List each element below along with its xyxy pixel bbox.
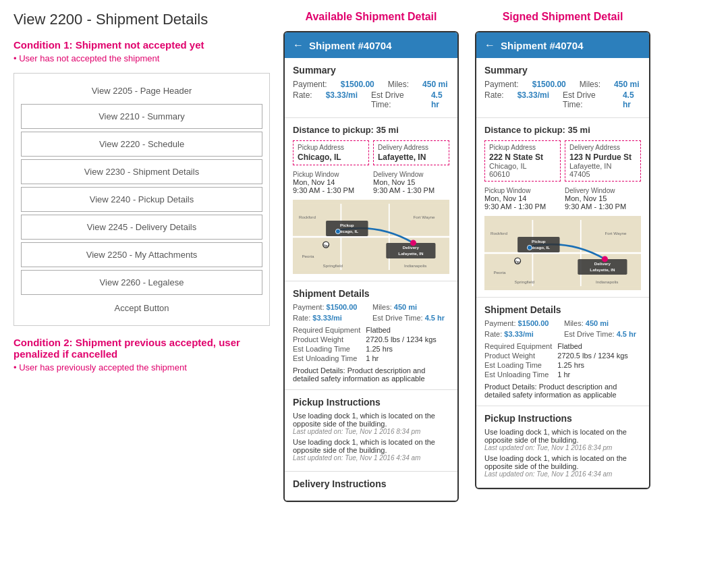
avail-miles2-label: Miles: <box>372 303 394 311</box>
avail-unloading-value: 1 hr <box>366 354 449 362</box>
signed-summary-title: Summary <box>484 65 641 76</box>
signed-delivery-window-date: Mon, Nov 15 <box>565 194 641 202</box>
svg-point-26 <box>527 245 532 250</box>
avail-unloading-label: Est Unloading Time <box>293 354 360 362</box>
available-phone-header: ← Shipment #40704 <box>285 32 457 58</box>
svg-text:Delivery: Delivery <box>403 245 420 250</box>
condition2-title: Condition 2: Shipment previous accepted,… <box>13 337 270 360</box>
signed-req-equip-value: Flatbed <box>557 342 641 350</box>
available-phone-frame: ← Shipment #40704 Summary Payment: $1500… <box>283 31 459 502</box>
left-panel: View 2200 - Shipment Details Condition 1… <box>13 11 270 502</box>
svg-text:Springfield: Springfield <box>515 279 535 284</box>
signed-loading-label: Est Loading Time <box>484 361 552 369</box>
available-miles-value: 450 mi <box>422 80 447 89</box>
signed-delivery-window: Delivery Window Mon, Nov 15 9:30 AM - 1:… <box>565 187 641 211</box>
signed-map: Pickup Chicago, IL You Delivery Lafayett… <box>484 216 641 290</box>
avail-rate2-value: $3.33/mi <box>312 314 341 322</box>
signed-drive2-value: 4.5 hr <box>617 330 636 338</box>
signed-pickup-instructions-block: Pickup Instructions Use loading dock 1, … <box>476 406 649 488</box>
signed-payment2-value: $1500.00 <box>518 319 549 327</box>
available-map-svg: Pickup Chicago, IL You Delivery Lafayett… <box>293 200 449 274</box>
svg-text:Indianapolis: Indianapolis <box>404 263 426 268</box>
svg-text:Fort Wayne: Fort Wayne <box>605 231 627 236</box>
available-window-grid: Pickup Window Mon, Nov 14 9:30 AM - 1:30… <box>293 171 449 194</box>
svg-text:Peoria: Peoria <box>302 254 314 258</box>
signed-miles-label: Miles: <box>580 80 600 89</box>
view-my-attachments[interactable]: View 2250 - My Attachments <box>21 242 262 267</box>
avail-instruction1-ts: Last updated on: Tue, Nov 1 2016 8:34 pm <box>293 428 449 435</box>
signed-payment-value: $1500.00 <box>532 80 566 89</box>
signed-delivery-city: Lafayette, IN <box>569 162 636 170</box>
view-pickup-details[interactable]: View 2240 - Pickup Details <box>21 187 262 212</box>
signed-loading-value: 1.25 hrs <box>557 361 641 369</box>
available-payment-label: Payment: <box>293 80 327 89</box>
signed-instruction1-text: Use loading dock 1, which is located on … <box>484 428 641 444</box>
signed-pickup-window-time: 9:30 AM - 1:30 PM <box>484 202 561 211</box>
signed-miles-value: 450 mi <box>614 80 639 89</box>
view-summary[interactable]: View 2210 - Summary <box>21 104 262 129</box>
signed-drive-label: Est Drive Time: <box>563 90 609 109</box>
signed-unloading-value: 1 hr <box>557 370 641 379</box>
signed-phone-frame: ← Shipment #40704 Summary Payment: $1500… <box>475 31 650 489</box>
avail-payment2-value: $1500.00 <box>327 303 358 311</box>
view-delivery-details[interactable]: View 2245 - Delivery Details <box>21 215 262 240</box>
avail-drive2-label: Est Drive Time: <box>372 314 425 322</box>
svg-point-32 <box>602 256 608 262</box>
available-address-grid: Pickup Address Chicago, IL Delivery Addr… <box>293 140 449 165</box>
svg-text:Pickup: Pickup <box>340 223 354 227</box>
signed-window-grid: Pickup Window Mon, Nov 14 9:30 AM - 1:30… <box>484 187 641 211</box>
svg-text:Rockford: Rockford <box>491 231 507 236</box>
available-pickup-instructions-title: Pickup Instructions <box>293 397 449 408</box>
signed-shipment-details-block: Shipment Details Payment: $1500.00 Miles… <box>476 298 649 406</box>
signed-phone-content[interactable]: Summary Payment: $1500.00 Miles: 450 mi … <box>476 58 649 488</box>
svg-text:You: You <box>515 260 520 264</box>
available-pickup-window-time: 9:30 AM - 1:30 PM <box>293 186 369 194</box>
avail-instruction1: Use loading dock 1, which is located on … <box>293 412 449 435</box>
available-panel-section: Available Shipment Detail ← Shipment #40… <box>283 11 459 502</box>
condition1-desc: • User has not accepted the shipment <box>13 53 270 63</box>
avail-payment2-label: Payment: <box>293 303 327 311</box>
signed-pickup-window-label: Pickup Window <box>484 187 561 194</box>
svg-text:Lafayette, IN: Lafayette, IN <box>590 267 615 272</box>
available-delivery-label: Delivery Address <box>378 144 445 151</box>
signed-instruction2: Use loading dock 1, which is located on … <box>484 454 641 478</box>
condition1-title: Condition 1: Shipment not accepted yet <box>13 39 270 51</box>
available-phone-content[interactable]: Summary Payment: $1500.00 Miles: 450 mi … <box>285 58 457 501</box>
available-distance: Distance to pickup: 35 mi <box>293 125 449 135</box>
svg-point-13 <box>410 240 416 246</box>
view-shipment-details[interactable]: View 2230 - Shipment Details <box>21 159 262 184</box>
svg-text:Peoria: Peoria <box>493 270 506 275</box>
svg-text:Indianapolis: Indianapolis <box>596 279 618 284</box>
signed-delivery-window-time: 9:30 AM - 1:30 PM <box>565 202 641 211</box>
svg-text:Delivery: Delivery <box>594 261 611 266</box>
svg-text:Lafayette, IN: Lafayette, IN <box>398 251 424 256</box>
signed-delivery-window-label: Delivery Window <box>565 187 641 194</box>
available-payment-value: $1500.00 <box>341 80 374 89</box>
signed-back-arrow-icon[interactable]: ← <box>484 39 495 51</box>
signed-delivery-label: Delivery Address <box>569 144 636 151</box>
back-arrow-icon[interactable]: ← <box>293 39 304 51</box>
signed-map-svg: Pickup Chicago, IL You Delivery Lafayett… <box>484 216 641 290</box>
svg-text:Springfield: Springfield <box>323 263 343 268</box>
view-legalese[interactable]: View 2260 - Legalese <box>21 270 262 295</box>
accept-button-item[interactable]: Accept Button <box>21 298 262 319</box>
available-pickup-window-label: Pickup Window <box>293 171 369 178</box>
available-pickup-window-date: Mon, Nov 14 <box>293 178 369 186</box>
signed-rate2-value: $3.33/mi <box>504 330 533 338</box>
signed-pickup-label: Pickup Address <box>489 144 556 151</box>
signed-product-details: Product Details: Product description and… <box>484 383 641 399</box>
view-schedule[interactable]: View 2220 - Schedule <box>21 132 262 157</box>
signed-prod-weight-value: 2720.5 lbs / 1234 kgs <box>557 352 641 360</box>
signed-address-grid: Pickup Address 222 N State St Chicago, I… <box>484 140 641 182</box>
signed-instruction1-ts: Last updated on: Tue, Nov 1 2016 8:34 pm <box>484 444 641 451</box>
signed-pickup-instructions-title: Pickup Instructions <box>484 413 641 424</box>
avail-instruction2: Use loading dock 1, which is located on … <box>293 438 449 462</box>
available-shipment-details-block: Shipment Details Payment: $1500.00 Miles… <box>285 281 457 390</box>
available-map: Pickup Chicago, IL You Delivery Lafayett… <box>293 200 449 274</box>
signed-summary-block: Summary Payment: $1500.00 Miles: 450 mi … <box>476 58 649 118</box>
available-rate-value: $3.33/mi <box>326 90 358 109</box>
svg-text:Fort Wayne: Fort Wayne <box>413 215 435 219</box>
signed-rate-value: $3.33/mi <box>517 90 549 109</box>
available-summary-block: Summary Payment: $1500.00 Miles: 450 mi … <box>285 58 457 118</box>
view-page-header[interactable]: View 2205 - Page Header <box>21 80 262 101</box>
